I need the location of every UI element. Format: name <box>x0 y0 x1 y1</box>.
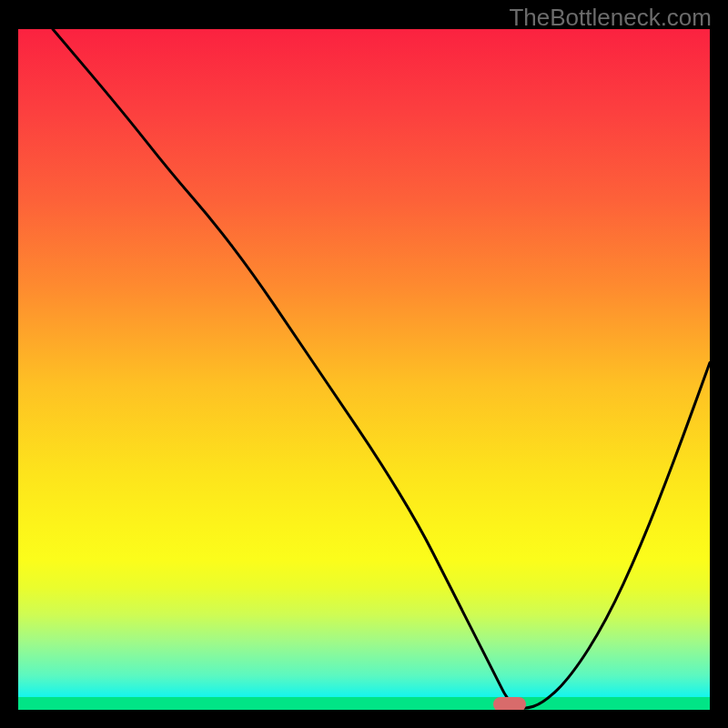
optimal-point-marker <box>493 697 526 710</box>
bottleneck-curve <box>53 29 710 708</box>
chart-container: TheBottleneck.com <box>0 0 728 728</box>
watermark-label: TheBottleneck.com <box>509 4 712 32</box>
plot-area <box>18 29 710 710</box>
curve-layer <box>18 29 710 710</box>
